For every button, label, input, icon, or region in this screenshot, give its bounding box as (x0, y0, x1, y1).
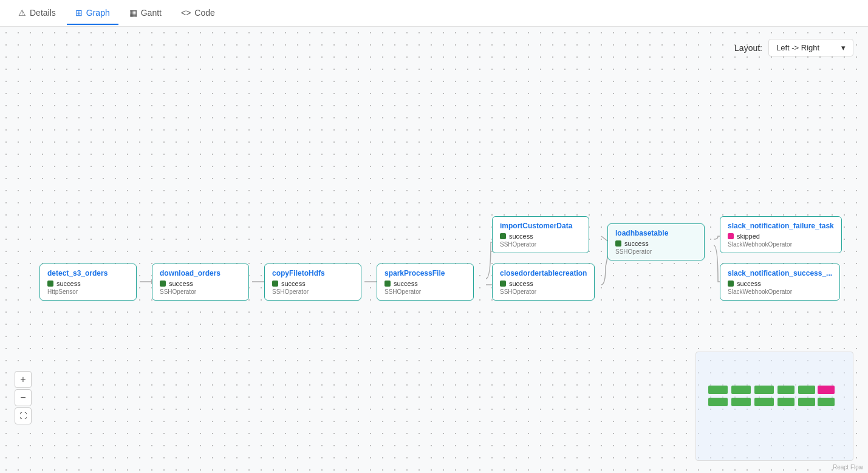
node-copy-file-to-hdfs-title: copyFiletoHdfs (272, 269, 354, 277)
success-dot (615, 240, 621, 247)
success-dot (160, 281, 166, 287)
mini-node-1 (708, 386, 728, 394)
node-slack-notification-failure-title: slack_notification_failure_task (728, 222, 834, 230)
node-slack-notification-failure-type: SlackWebhookOperator (728, 241, 834, 248)
node-import-customer-data-type: SSHOperator (500, 241, 581, 248)
node-slack-notification-failure[interactable]: slack_notification_failure_task skipped … (720, 216, 842, 253)
skipped-dot (728, 233, 734, 239)
success-dot (500, 281, 506, 287)
mini-node-9 (777, 398, 795, 406)
mini-node-pink (818, 386, 835, 394)
node-download-orders-status: success (160, 280, 241, 287)
mini-node-3 (754, 386, 774, 394)
mini-node-10 (798, 398, 815, 406)
node-copy-file-to-hdfs[interactable]: copyFiletoHdfs success SSHOperator (264, 264, 361, 301)
node-spark-process-file-type: SSHOperator (384, 288, 466, 295)
node-detect-s3-orders-title: detect_s3_orders (47, 269, 129, 277)
node-loadhbasetable-type: SSHOperator (615, 248, 697, 255)
zoom-in-button[interactable]: + (15, 371, 32, 388)
node-detect-s3-orders[interactable]: detect_s3_orders success HttpSensor (39, 264, 137, 301)
node-slack-notification-success-type: SlackWebhookOperator (728, 288, 832, 295)
chevron-down-icon: ▾ (841, 43, 846, 52)
node-slack-notification-success-status: success (728, 280, 832, 287)
zoom-out-button[interactable]: − (15, 389, 32, 406)
layout-value: Left -> Right (776, 43, 819, 52)
success-dot (272, 281, 278, 287)
node-import-customer-data-status: success (500, 233, 581, 240)
node-closed-order-table-creation-status: success (500, 280, 587, 287)
minimap-nodes (696, 352, 853, 460)
mini-node-2 (731, 386, 751, 394)
zoom-controls: + − ⛶ (15, 371, 32, 424)
tab-details[interactable]: ⚠ Details (10, 2, 64, 25)
tab-graph[interactable]: ⊞ Graph (67, 2, 118, 25)
node-closed-order-table-creation-type: SSHOperator (500, 288, 587, 295)
layout-control: Layout: Left -> Right ▾ (734, 39, 853, 56)
tab-gantt-label: Gantt (141, 8, 162, 18)
code-icon: <> (181, 8, 191, 18)
node-spark-process-file-title: sparkProcessFile (384, 269, 466, 277)
success-dot (728, 281, 734, 287)
node-loadhbasetable[interactable]: loadhbasetable success SSHOperator (607, 223, 705, 260)
node-loadhbasetable-title: loadhbasetable (615, 229, 697, 237)
react-flow-label: React Flow (833, 464, 863, 471)
layout-select[interactable]: Left -> Right ▾ (768, 39, 853, 56)
node-copy-file-to-hdfs-status: success (272, 280, 354, 287)
tab-code[interactable]: <> Code (173, 2, 224, 25)
warning-icon: ⚠ (18, 8, 26, 18)
zoom-fit-button[interactable]: ⛶ (15, 407, 32, 424)
node-import-customer-data[interactable]: importCustomerData success SSHOperator (492, 216, 589, 253)
graph-canvas[interactable]: Layout: Left -> Right ▾ detect_ (0, 27, 868, 473)
node-spark-process-file[interactable]: sparkProcessFile success SSHOperator (377, 264, 474, 301)
mini-node-7 (731, 398, 751, 406)
node-import-customer-data-title: importCustomerData (500, 222, 581, 230)
node-slack-notification-success-title: slack_notification_success_... (728, 269, 832, 277)
mini-node-11 (818, 398, 835, 406)
node-spark-process-file-status: success (384, 280, 466, 287)
tab-bar: ⚠ Details ⊞ Graph ▦ Gantt <> Code (0, 0, 868, 27)
success-dot (384, 281, 391, 287)
node-detect-s3-orders-type: HttpSensor (47, 288, 129, 295)
tab-code-label: Code (194, 8, 214, 18)
node-copy-file-to-hdfs-type: SSHOperator (272, 288, 354, 295)
tab-graph-label: Graph (86, 8, 110, 18)
success-dot (500, 233, 506, 239)
minimap (695, 352, 853, 461)
node-closed-order-table-creation-title: closedordertablecreation (500, 269, 587, 277)
mini-node-4 (777, 386, 795, 394)
node-download-orders-title: download_orders (160, 269, 241, 277)
node-download-orders-type: SSHOperator (160, 288, 241, 295)
mini-node-8 (754, 398, 774, 406)
graph-icon: ⊞ (75, 8, 83, 18)
tab-gantt[interactable]: ▦ Gantt (121, 2, 170, 25)
mini-node-5 (798, 386, 815, 394)
success-dot (47, 281, 53, 287)
node-closed-order-table-creation[interactable]: closedordertablecreation success SSHOper… (492, 264, 595, 301)
layout-label: Layout: (734, 43, 762, 53)
node-loadhbasetable-status: success (615, 240, 697, 247)
node-detect-s3-orders-status: success (47, 280, 129, 287)
node-slack-notification-success[interactable]: slack_notification_success_... success S… (720, 264, 840, 301)
node-slack-notification-failure-status: skipped (728, 233, 834, 240)
mini-node-6 (708, 398, 728, 406)
node-download-orders[interactable]: download_orders success SSHOperator (152, 264, 249, 301)
tab-details-label: Details (30, 8, 56, 18)
gantt-icon: ▦ (129, 8, 137, 18)
